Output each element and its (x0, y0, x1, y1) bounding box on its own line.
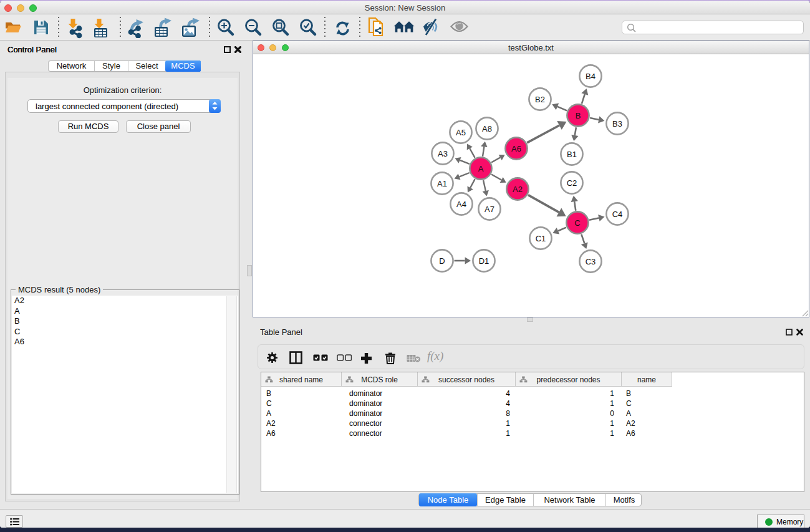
svg-text:A5: A5 (456, 128, 466, 137)
svg-text:B3: B3 (612, 119, 622, 128)
svg-text:C2: C2 (567, 178, 577, 188)
svg-text:B: B (576, 111, 581, 120)
svg-text:A7: A7 (485, 205, 494, 214)
svg-text:A4: A4 (456, 200, 466, 209)
svg-text:B1: B1 (567, 150, 577, 159)
svg-text:A8: A8 (482, 124, 492, 133)
svg-text:B4: B4 (586, 72, 595, 81)
svg-text:A: A (478, 164, 484, 173)
svg-text:A2: A2 (513, 185, 523, 194)
svg-text:A1: A1 (437, 179, 447, 188)
svg-text:B2: B2 (535, 95, 545, 104)
svg-text:A6: A6 (511, 144, 521, 153)
svg-text:C: C (574, 218, 580, 228)
svg-text:C4: C4 (612, 210, 623, 219)
svg-text:A3: A3 (438, 149, 448, 158)
svg-text:C3: C3 (586, 257, 596, 266)
svg-text:C1: C1 (536, 234, 546, 243)
svg-text:D1: D1 (479, 256, 489, 266)
svg-text:D: D (439, 256, 445, 266)
